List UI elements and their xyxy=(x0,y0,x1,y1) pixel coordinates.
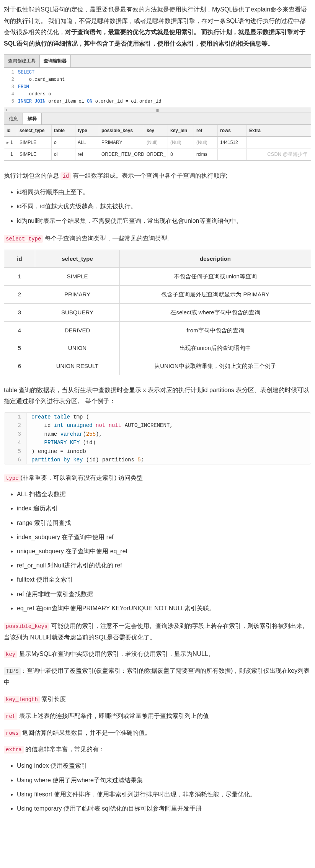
list-item: Using where 使用了用where子句来过滤结果集 xyxy=(17,775,311,785)
table-partitions-para: table 查询的数据表，当从衍生表中查数据时会显示 x 表示对应的执行计划id… xyxy=(4,384,311,407)
id-explain-para: 执行计划包含的信息 id 有一组数字组成。表示一个查询中各个子查询的执行顺序; xyxy=(4,170,311,181)
watermark: CSDN @星海少年 xyxy=(267,150,308,159)
table-row: 5UNION出现在union后的查询语句中 xyxy=(4,339,311,357)
list-item: Using index 使用覆盖索引 xyxy=(17,760,311,771)
table-row: 2PRIMARY包含子查询最外层查询就显示为 PRIMARY xyxy=(4,286,311,304)
code-possible-keys: possible_keys xyxy=(4,623,49,630)
key-length-para: key_length 索引长度 xyxy=(4,693,311,705)
code-id: id xyxy=(60,172,71,180)
list-item: ref_or_null 对Null进行索引的优化的 ref xyxy=(17,560,311,570)
table-row: 3SUBQUERY在select或 where字句中包含的查询 xyxy=(4,303,311,321)
code-key-length: key_length xyxy=(4,696,40,703)
code-key: key xyxy=(4,651,17,658)
explain-screenshot: 查询创建工具 查询编辑器 1SELECT 2 o.card_amount 3FR… xyxy=(4,54,311,161)
list-item: ref 使用非唯一索引查找数据 xyxy=(17,589,311,599)
tips-para: TIPS：查询中若使用了覆盖索引(覆盖索引：索引的数据覆盖了需要查询的所有数据)… xyxy=(4,665,311,688)
list-item: Using filesort 使用文件排序，使用非索引列进行排序时出现，非常消耗… xyxy=(17,789,311,799)
extra-para: extra 的信息非常丰富，常见的有： xyxy=(4,744,311,755)
code-type: type xyxy=(4,474,21,482)
select-type-para: select_type 每个子查询的查询类型，一些常见的查询类型。 xyxy=(4,233,311,244)
code-ref: ref xyxy=(4,713,17,720)
result-tabs: 信息 解释 xyxy=(4,113,311,125)
list-item: id相同执行顺序由上至下。 xyxy=(17,187,311,197)
list-item: Using temporary 使用了临时表 sql优化的目标可以参考阿里开发手… xyxy=(17,803,311,814)
list-item: id为null时表示一个结果集，不需要使用它查询，常出现在包含union等查询语… xyxy=(17,216,311,226)
tab-explain[interactable]: 解释 xyxy=(23,113,42,124)
tab-query-editor[interactable]: 查询编辑器 xyxy=(40,55,71,67)
result-row: 1 SIMPLE oi ref ORDER_ITEM_ORD ORDER_ 8 … xyxy=(4,149,311,160)
extra-list: Using index 使用覆盖索引 Using where 使用了用where… xyxy=(4,760,311,814)
type-para: type(非常重要，可以看到有没有走索引) 访问类型 xyxy=(4,472,311,484)
list-item: fulltext 使用全文索引 xyxy=(17,574,311,585)
tab-query-builder[interactable]: 查询创建工具 xyxy=(4,55,40,67)
code-extra: extra xyxy=(4,746,24,754)
list-item: id不同，id值越大优先级越高，越先被执行。 xyxy=(17,201,311,211)
code-rows: rows xyxy=(4,729,21,737)
list-item: ALL 扫描全表数据 xyxy=(17,489,311,499)
result-grid: id select_type table type possible_keys … xyxy=(4,125,311,161)
key-para: key 显示MySQL在查询中实际使用的索引，若没有使用索引，显示为NULL。 xyxy=(4,648,311,660)
select-type-table: id select_type description 1SIMPLE不包含任何子… xyxy=(4,250,311,375)
rows-para: rows 返回估算的结果集数目，并不是一个准确的值。 xyxy=(4,727,311,739)
type-list: ALL 扫描全表数据 index 遍历索引 range 索引范围查找 index… xyxy=(4,489,311,613)
tab-info[interactable]: 信息 xyxy=(4,113,23,124)
result-row: ▸1 SIMPLE o ALL PRIMARY (Null) (Null) (N… xyxy=(4,137,311,149)
code-select-type: select_type xyxy=(4,235,43,243)
result-header-row: id select_type table type possible_keys … xyxy=(4,125,311,137)
code-tips: TIPS xyxy=(4,667,21,675)
create-table-code: 1create table tmp ( 2 id int unsigned no… xyxy=(4,412,311,464)
ref-para: ref 表示上述表的连接匹配条件，即哪些列或常量被用于查找索引列上的值 xyxy=(4,710,311,722)
editor-tabs: 查询创建工具 查询编辑器 xyxy=(4,55,311,67)
possible-keys-para: possible_keys 可能使用的索引，注意不一定会使用。查询涉及到的字段上… xyxy=(4,620,311,643)
table-row: 4DERIVEDfrom字句中包含的查询 xyxy=(4,321,311,339)
list-item: unique_subquery 在子查询中使用 eq_ref xyxy=(17,546,311,556)
id-rules-list: id相同执行顺序由上至下。 id不同，id值越大优先级越高，越先被执行。 id为… xyxy=(4,187,311,226)
list-item: eq_ref 在join查询中使用PRIMARY KEYorUNIQUE NOT… xyxy=(17,603,311,613)
intro-paragraph: 对于低性能的SQL语句的定位，最重要也是最有效的方法就是使用执行计划，MySQL… xyxy=(4,4,311,49)
list-item: index 遍历索引 xyxy=(17,503,311,513)
list-item: range 索引范围查找 xyxy=(17,518,311,528)
sql-code: 1SELECT 2 o.card_amount 3FROM 4 orders o… xyxy=(4,68,311,107)
splitter[interactable]: III xyxy=(4,107,311,113)
table-row: 1SIMPLE不包含任何子查询或union等查询 xyxy=(4,268,311,286)
list-item: index_subquery 在子查询中使用 ref xyxy=(17,532,311,542)
table-row: 6UNION RESULT从UNION中获取结果集，例如上文的第三个例子 xyxy=(4,357,311,375)
